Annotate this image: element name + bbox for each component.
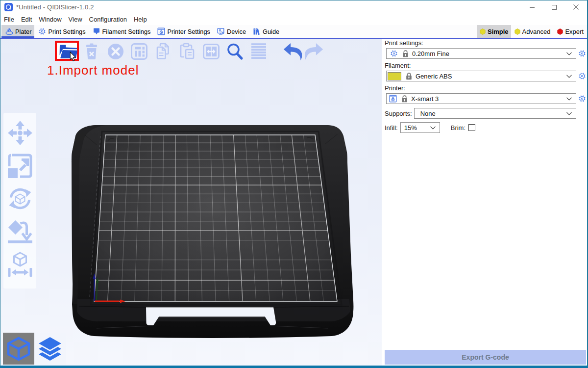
- window-controls: [521, 0, 587, 14]
- minimize-button[interactable]: [521, 0, 543, 14]
- infill-label: Infill:: [385, 124, 398, 131]
- delete-all-button[interactable]: [106, 42, 125, 61]
- menu-configuration[interactable]: Configuration: [86, 15, 130, 24]
- tab-plater[interactable]: Plater: [1, 25, 34, 38]
- supports-label: Supports:: [385, 110, 412, 117]
- preview-button[interactable]: [34, 333, 66, 365]
- filament-combo[interactable]: Generic ABS: [386, 71, 576, 81]
- tab-label: Print Settings: [48, 28, 85, 35]
- search-button[interactable]: [225, 42, 244, 61]
- arrange-icon: [130, 54, 148, 62]
- printer-icon: [157, 27, 165, 35]
- mode-advanced[interactable]: Advanced: [511, 25, 554, 38]
- tab-filament-settings[interactable]: Filament Settings: [89, 25, 154, 38]
- mouse-cursor-icon: [69, 52, 76, 62]
- print-settings-value: 0.20mm Fine: [412, 50, 449, 57]
- chevron-down-icon: [566, 97, 572, 101]
- print-settings-combo[interactable]: 0.20mm Fine: [386, 48, 576, 59]
- hexagon-icon: [557, 28, 563, 35]
- undo-icon: [283, 54, 302, 62]
- print-bed: [0, 39, 382, 366]
- infill-value: 15%: [404, 124, 417, 131]
- copy-button[interactable]: [154, 42, 172, 61]
- mode-label: Advanced: [522, 28, 551, 35]
- 3d-viewport[interactable]: 1.Import model: [0, 39, 382, 366]
- maximize-icon: [551, 4, 557, 10]
- filament-gear-button[interactable]: [578, 72, 586, 80]
- chevron-down-icon: [430, 126, 436, 130]
- printer-icon: [389, 95, 397, 103]
- scale-icon: [7, 172, 33, 180]
- place-on-face-button[interactable]: [7, 219, 33, 244]
- undo-button[interactable]: [283, 42, 302, 61]
- title-bar: *Untitled - QIDISlicer-1.0.2: [0, 0, 587, 14]
- delete-all-icon: [106, 54, 125, 62]
- transform-toolbar: [3, 113, 36, 289]
- delete-button[interactable]: [82, 42, 101, 61]
- tab-guide[interactable]: Guide: [249, 25, 282, 38]
- move-button[interactable]: [7, 120, 33, 146]
- redo-button[interactable]: [305, 42, 323, 61]
- arrange-button[interactable]: [130, 42, 148, 61]
- tab-label: Guide: [263, 28, 279, 35]
- redo-icon: [305, 54, 323, 62]
- printer-combo[interactable]: X-smart 3: [386, 93, 576, 104]
- layers-list-button[interactable]: [249, 42, 268, 61]
- tab-label: Printer Settings: [167, 28, 210, 35]
- printer-value: X-smart 3: [411, 95, 439, 103]
- mode-expert[interactable]: Expert: [554, 25, 587, 38]
- print-settings-gear-button[interactable]: [578, 50, 586, 57]
- paste-icon: [178, 54, 196, 62]
- infill-combo[interactable]: 15%: [400, 122, 440, 133]
- printer-gear-button[interactable]: [578, 95, 586, 103]
- filament-value: Generic ABS: [416, 73, 452, 80]
- rotate-button[interactable]: [7, 186, 33, 211]
- filament-color-swatch: [388, 72, 401, 80]
- menu-view[interactable]: View: [65, 15, 86, 24]
- filament-icon: [93, 27, 100, 35]
- mode-label: Simple: [488, 28, 509, 35]
- device-monitor-icon: [217, 27, 225, 35]
- mode-selector: Simple Advanced Expert: [477, 25, 587, 38]
- close-button[interactable]: [565, 0, 587, 14]
- hexagon-icon: [514, 28, 520, 35]
- menu-edit[interactable]: Edit: [18, 15, 35, 24]
- tab-print-settings[interactable]: Print Settings: [34, 25, 88, 38]
- preview-layers-icon: [37, 336, 63, 362]
- tab-bar: Plater Print Settings Filament Settings: [0, 25, 587, 39]
- app-window: *Untitled - QIDISlicer-1.0.2 File Edit W…: [0, 0, 588, 368]
- menu-help[interactable]: Help: [130, 15, 150, 24]
- layers-list-icon: [249, 54, 268, 62]
- editor-view-button[interactable]: [3, 333, 34, 365]
- split-objects-button[interactable]: [202, 42, 220, 61]
- search-icon: [225, 54, 244, 62]
- menu-file[interactable]: File: [0, 15, 18, 24]
- tab-printer-settings[interactable]: Printer Settings: [153, 25, 213, 38]
- menu-bar: File Edit Window View Configuration Help: [0, 14, 587, 25]
- supports-combo[interactable]: None: [414, 108, 576, 119]
- menu-window[interactable]: Window: [35, 15, 65, 24]
- brim-checkbox[interactable]: [468, 124, 475, 131]
- place-on-face-icon: [7, 237, 33, 246]
- tab-device[interactable]: Device: [213, 25, 249, 38]
- hexagon-icon: [480, 28, 486, 35]
- close-icon: [573, 4, 579, 10]
- lock-icon: [402, 50, 409, 57]
- export-gcode-button[interactable]: Export G-code: [385, 350, 586, 365]
- print-settings-label: Print settings:: [385, 39, 587, 47]
- delete-icon: [82, 54, 101, 62]
- view-mode-buttons: [3, 333, 66, 365]
- settings-sidebar: Print settings: 0.20mm Fine: [382, 39, 587, 366]
- paste-button[interactable]: [178, 42, 196, 61]
- mode-simple[interactable]: Simple: [477, 25, 511, 38]
- minimize-icon: [529, 4, 535, 10]
- maximize-button[interactable]: [543, 0, 565, 14]
- annotation-text: 1.Import model: [47, 63, 139, 78]
- 3d-editor-view-icon: [6, 337, 31, 361]
- size-button[interactable]: [7, 252, 33, 277]
- gear-icon: [390, 50, 398, 57]
- brim-label: Brim:: [451, 124, 466, 131]
- copy-icon: [154, 54, 172, 62]
- scale-button[interactable]: [7, 153, 33, 179]
- supports-value: None: [420, 110, 436, 117]
